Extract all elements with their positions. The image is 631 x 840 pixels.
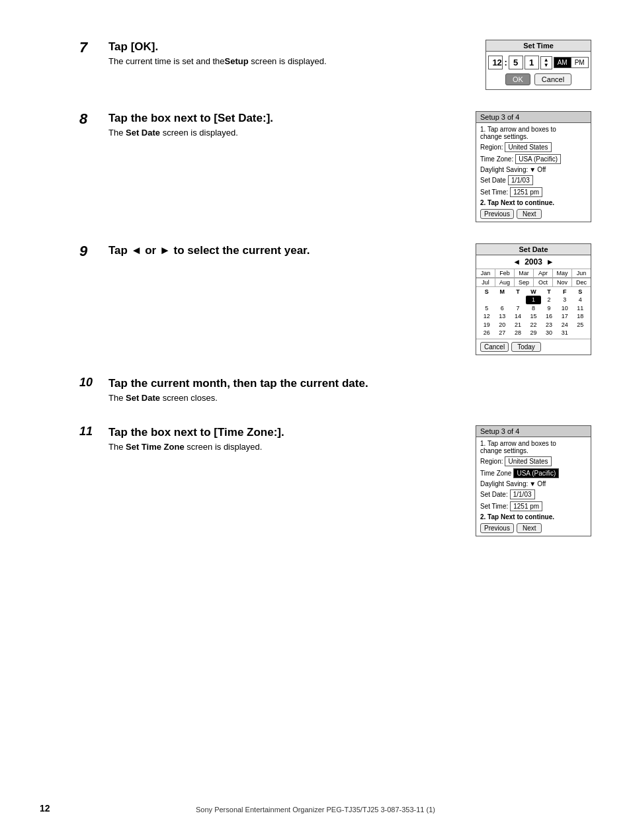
month-jun[interactable]: Jun [572,269,591,277]
month-jul[interactable]: Jul [476,278,495,286]
day-12[interactable]: 12 [479,312,495,321]
month-dec[interactable]: Dec [572,278,591,286]
setdate-value-11[interactable]: 1/1/03 [510,489,535,499]
day-7[interactable]: 7 [510,304,526,313]
month-may[interactable]: May [553,269,572,277]
pm-button[interactable]: PM [571,58,588,67]
day-25[interactable]: 25 [572,321,588,329]
day-18[interactable]: 18 [572,312,588,321]
cal-footer: Cancel Today [476,339,591,355]
month-mar[interactable]: Mar [515,269,534,277]
step-11: 11 Tap the box next to [Time Zone:]. The… [79,425,591,536]
ok-button[interactable]: OK [505,73,530,85]
cancel-button[interactable]: Cancel [534,73,571,85]
next-btn-8[interactable]: Next [517,209,542,219]
step-9-number: 9 [79,243,106,259]
step-8-bold: Set Date [126,128,160,138]
step-10-desc: The Set Date screen closes. [108,392,591,404]
month-aug[interactable]: Aug [495,278,515,286]
region-value[interactable]: United States [505,142,551,152]
day-14[interactable]: 14 [510,312,526,321]
day-9[interactable]: 9 [541,304,557,313]
previous-btn-11[interactable]: Previous [480,523,514,533]
months-row2: Jul Aug Sep Oct Nov Dec [476,278,591,287]
day-24[interactable]: 24 [557,321,573,329]
step-10-title: Tap the current month, then tap the curr… [108,376,591,391]
time-arrows[interactable]: ▲ ▼ [540,56,552,69]
step-8: 8 Tap the box next to [Set Date:]. The S… [79,111,591,222]
month-sep[interactable]: Sep [515,278,534,286]
day-31[interactable]: 31 [557,329,573,337]
day-20[interactable]: 20 [495,321,511,329]
next-btn-11[interactable]: Next [517,523,542,533]
previous-btn-8[interactable]: Previous [480,209,514,219]
month-nov[interactable]: Nov [553,278,572,286]
step-7-desc: The current time is set and theSetup scr… [108,56,472,67]
cal-prev-arrow[interactable]: ◄ [513,257,521,267]
set-time-title: Set Time [486,40,591,52]
day-16[interactable]: 16 [541,312,557,321]
cal-today-btn[interactable]: Today [511,342,541,352]
day-8[interactable]: 8 [526,304,542,313]
month-feb[interactable]: Feb [495,269,515,277]
settime-label-8: Set Time: [480,189,508,196]
step-8-title: Tap the box next to [Set Date:]. [108,111,462,126]
step-7-content: Tap [OK]. The current time is set and th… [108,40,591,90]
day-1[interactable]: 1 [526,296,542,304]
second-box[interactable]: 1 [525,56,539,69]
day-13[interactable]: 13 [495,312,511,321]
settime-value-8[interactable]: 1251 pm [510,187,542,197]
setup-note1: 1. Tap arrow and boxes to [480,126,587,133]
day-17[interactable]: 17 [557,312,573,321]
cal-cancel-btn[interactable]: Cancel [480,342,509,352]
cal-next-arrow[interactable]: ► [546,257,554,267]
hour-box[interactable]: 12 [488,56,503,69]
day-11[interactable]: 11 [572,304,588,313]
day-29[interactable]: 29 [526,329,542,337]
region-label: Region: [480,144,503,151]
step-11-number: 11 [79,425,106,439]
step-11-title: Tap the box next to [Time Zone:]. [108,425,462,440]
day-26[interactable]: 26 [479,329,495,337]
step-10-number: 10 [79,376,106,390]
step-7-bold: Setup [225,56,249,66]
daylight-arrow-11[interactable]: ▼ [529,480,536,487]
day-22[interactable]: 22 [526,321,542,329]
day-23[interactable]: 23 [541,321,557,329]
day-19[interactable]: 19 [479,321,495,329]
day-3[interactable]: 3 [557,296,573,304]
setup-note2-11: change settings. [480,447,587,454]
month-apr[interactable]: Apr [534,269,553,277]
day-30[interactable]: 30 [541,329,557,337]
step-9-title-pre: Tap ◄ [108,244,145,257]
day-5[interactable]: 5 [479,304,495,313]
day-4[interactable]: 4 [572,296,588,304]
month-jan[interactable]: Jan [476,269,495,277]
set-time-screen: Set Time 12 : 5 1 ▲ ▼ [485,40,591,90]
day-28[interactable]: 28 [510,329,526,337]
step-9-title-post: ► to select the current year. [156,244,310,257]
daylight-arrow-8[interactable]: ▼ [529,166,536,173]
ampm-group: AM PM [554,57,589,68]
col-t2: T [541,288,557,295]
step-9-title: Tap ◄ or ► to select the current year. [108,243,462,258]
day-6[interactable]: 6 [495,304,511,313]
timezone-value-8[interactable]: USA (Pacific) [515,154,561,164]
months-row1: Jan Feb Mar Apr May Jun [476,269,591,278]
settime-value-11[interactable]: 1251 pm [510,501,542,511]
day-10[interactable]: 10 [557,304,573,313]
setdate-value-8[interactable]: 1/1/03 [508,175,533,185]
month-oct[interactable]: Oct [534,278,553,286]
minute-box[interactable]: 5 [509,56,523,69]
am-button[interactable]: AM [554,58,571,67]
step-11-desc-text1: The [108,442,126,452]
step-7-number: 7 [79,40,106,56]
day-21[interactable]: 21 [510,321,526,329]
step-11-desc-text2: screen is displayed. [185,442,263,452]
timezone-value-11[interactable]: USA (Pacific) [513,468,559,478]
step-10: 10 Tap the current month, then tap the c… [79,376,591,404]
day-15[interactable]: 15 [526,312,542,321]
day-27[interactable]: 27 [495,329,511,337]
region-value-11[interactable]: United States [505,456,551,466]
day-2[interactable]: 2 [541,296,557,304]
